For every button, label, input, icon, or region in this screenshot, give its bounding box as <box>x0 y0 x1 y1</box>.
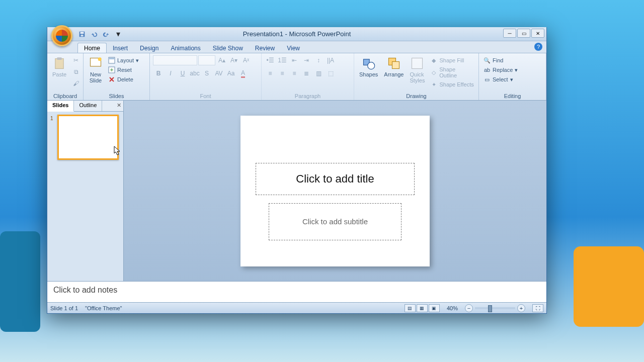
svg-rect-8 <box>109 58 114 59</box>
char-spacing-icon[interactable]: AV <box>213 68 224 78</box>
tab-animations[interactable]: Animations <box>165 43 206 53</box>
shape-fill-button[interactable]: ◆Shape Fill <box>429 56 475 64</box>
text-direction-icon[interactable]: ||A <box>325 55 336 65</box>
svg-rect-14 <box>412 58 423 69</box>
maximize-button[interactable]: ▭ <box>517 29 530 38</box>
pane-tab-outline[interactable]: Outline <box>74 101 102 111</box>
font-size-input[interactable] <box>198 55 215 65</box>
slide-editor[interactable]: Click to add title Click to add subtitle <box>124 101 546 281</box>
status-theme: "Office Theme" <box>85 305 122 311</box>
tab-view[interactable]: View <box>281 43 306 53</box>
clear-format-icon[interactable]: Aᵡ <box>240 55 252 65</box>
shrink-font-icon[interactable]: A▾ <box>228 55 239 65</box>
workspace: Slides Outline ✕ 1 Click to add title Cl… <box>47 101 546 281</box>
smartart-icon[interactable]: ⬚ <box>325 68 336 78</box>
replace-button[interactable]: abReplace ▾ <box>482 66 519 74</box>
new-slide-button[interactable]: New Slide <box>87 55 105 84</box>
window-controls: ─ ▭ ✕ <box>503 29 544 38</box>
bold-button[interactable]: B <box>153 68 164 78</box>
desktop-decor-blue <box>0 231 40 332</box>
tab-review[interactable]: Review <box>249 43 281 53</box>
slide-canvas[interactable]: Click to add title Click to add subtitle <box>240 116 430 266</box>
delete-button[interactable]: Delete <box>107 75 140 83</box>
subtitle-placeholder[interactable]: Click to add subtitle <box>269 203 401 240</box>
group-slides-label: Slides <box>87 92 146 100</box>
shape-effects-button[interactable]: ✦Shape Effects <box>429 80 475 88</box>
pane-tabs: Slides Outline ✕ <box>47 101 123 112</box>
notes-pane[interactable]: Click to add notes <box>47 281 546 302</box>
strike-button[interactable]: abc <box>189 68 200 78</box>
change-case-icon[interactable]: Aa <box>225 68 236 78</box>
ribbon-tabs: Home Insert Design Animations Slide Show… <box>47 41 546 53</box>
view-buttons: ▤ ▦ ▣ <box>405 304 440 312</box>
grow-font-icon[interactable]: A▴ <box>216 55 227 65</box>
line-spacing-icon[interactable]: ↕ <box>313 55 324 65</box>
shadow-button[interactable]: S <box>201 68 212 78</box>
columns-icon[interactable]: ▥ <box>313 68 324 78</box>
svg-point-6 <box>98 57 102 61</box>
increase-indent-icon[interactable]: ⇥ <box>301 55 312 65</box>
layout-button[interactable]: Layout ▾ <box>107 56 140 64</box>
sorter-view-icon[interactable]: ▦ <box>417 304 428 312</box>
zoom-out-button[interactable]: − <box>465 304 473 312</box>
svg-rect-3 <box>55 59 63 69</box>
italic-button[interactable]: I <box>165 68 176 78</box>
arrange-button[interactable]: Arrange <box>382 55 406 78</box>
underline-button[interactable]: U <box>177 68 188 78</box>
reset-button[interactable]: Reset <box>107 66 140 74</box>
decrease-indent-icon[interactable]: ⇤ <box>289 55 300 65</box>
zoom-in-button[interactable]: + <box>517 304 525 312</box>
help-icon[interactable]: ? <box>534 43 542 51</box>
group-drawing: Shapes Arrange Quick Styles ◆Shape Fill … <box>354 53 479 100</box>
select-button[interactable]: ▭Select ▾ <box>482 75 519 83</box>
font-color-icon[interactable]: A <box>237 68 249 78</box>
shapes-icon <box>362 56 376 70</box>
normal-view-icon[interactable]: ▤ <box>405 304 416 312</box>
redo-icon[interactable] <box>102 30 111 39</box>
pane-tab-slides[interactable]: Slides <box>47 101 74 112</box>
align-left-icon[interactable]: ≡ <box>265 68 276 78</box>
shapes-button[interactable]: Shapes <box>357 55 380 78</box>
tab-slide-show[interactable]: Slide Show <box>207 43 249 53</box>
save-icon[interactable] <box>77 30 87 39</box>
align-center-icon[interactable]: ≡ <box>277 68 288 78</box>
pane-close-icon[interactable]: ✕ <box>117 102 121 109</box>
ribbon: Paste ✂ ⧉ 🖌 Clipboard New Slide Layout ▾ <box>47 53 546 101</box>
tab-insert[interactable]: Insert <box>107 43 134 53</box>
format-painter-icon[interactable]: 🖌 <box>70 78 82 88</box>
tab-home[interactable]: Home <box>77 43 107 53</box>
minimize-button[interactable]: ─ <box>503 29 516 38</box>
powerpoint-window: ▾ Presentation1 - Microsoft PowerPoint ─… <box>47 27 547 314</box>
bullets-icon[interactable]: •☰ <box>265 55 276 65</box>
thumbnail-item[interactable]: 1 <box>50 115 120 160</box>
qat-dropdown-icon[interactable]: ▾ <box>114 30 123 39</box>
shape-outline-button[interactable]: ◇Shape Outline <box>429 66 475 79</box>
undo-icon[interactable] <box>90 30 99 39</box>
desktop-decor-orange <box>574 246 644 327</box>
paste-button[interactable]: Paste <box>50 55 68 78</box>
svg-rect-2 <box>80 34 83 36</box>
paste-icon <box>52 56 66 70</box>
svg-rect-4 <box>57 57 61 60</box>
quick-styles-button[interactable]: Quick Styles <box>408 55 427 84</box>
title-placeholder[interactable]: Click to add title <box>256 163 415 195</box>
office-button[interactable] <box>51 25 72 46</box>
zoom-percent: 40% <box>447 305 458 311</box>
new-slide-label: New Slide <box>90 71 102 83</box>
cut-icon[interactable]: ✂ <box>70 55 82 65</box>
thumbnail-preview[interactable] <box>57 115 119 160</box>
group-editing: 🔍Find abReplace ▾ ▭Select ▾ Editing <box>479 53 546 100</box>
close-button[interactable]: ✕ <box>531 29 544 38</box>
find-button[interactable]: 🔍Find <box>482 56 519 64</box>
align-right-icon[interactable]: ≡ <box>289 68 300 78</box>
copy-icon[interactable]: ⧉ <box>70 67 82 77</box>
justify-icon[interactable]: ≣ <box>301 68 312 78</box>
font-name-input[interactable] <box>153 55 197 65</box>
zoom-slider[interactable] <box>475 307 515 309</box>
tab-design[interactable]: Design <box>134 43 165 53</box>
slideshow-view-icon[interactable]: ▣ <box>429 304 440 312</box>
numbering-icon[interactable]: 1☰ <box>277 55 288 65</box>
layout-icon <box>108 57 115 64</box>
quick-styles-icon <box>410 56 424 70</box>
fit-window-icon[interactable]: ⛶ <box>532 304 543 312</box>
